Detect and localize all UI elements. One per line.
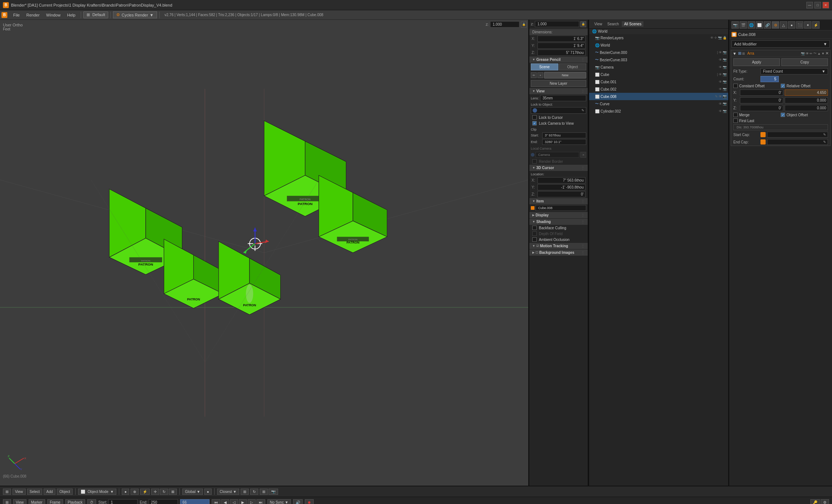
outliner-item-beziercurve000[interactable]: 〜 BezierCurve.000 | 👁 📷 bbox=[589, 49, 728, 56]
timeline-view-btn[interactable]: View bbox=[13, 499, 26, 504]
outliner-tab-view[interactable]: View bbox=[592, 21, 605, 27]
lock-object-field[interactable]: ✎ bbox=[531, 107, 586, 114]
backface-checkbox[interactable] bbox=[532, 226, 537, 230]
cyl002-render-icon[interactable]: 📷 bbox=[723, 109, 727, 113]
outliner-tab-search[interactable]: Search bbox=[605, 21, 621, 27]
z-right-field[interactable]: 0.000 bbox=[785, 105, 828, 111]
bc000-eye-icon[interactable]: 👁 bbox=[719, 51, 722, 54]
object-mode-btn[interactable]: ⬜ Object Mode ▼ bbox=[78, 489, 116, 495]
menu-window[interactable]: Window bbox=[43, 12, 63, 18]
prop-world-icon[interactable]: 🌐 bbox=[748, 21, 755, 29]
cube008-edit-icon[interactable]: ✎ bbox=[715, 95, 718, 98]
bc003-eye-icon[interactable]: 👁 bbox=[719, 58, 722, 62]
renderlayers-render-icon[interactable]: 📷 bbox=[718, 36, 722, 40]
timeline-clock-icon[interactable]: ⏱ bbox=[87, 499, 96, 504]
gp-object-button[interactable]: Object bbox=[559, 63, 587, 70]
ao-checkbox[interactable] bbox=[532, 237, 537, 242]
x-right-field[interactable]: 4.650 bbox=[785, 90, 828, 96]
cube002-render-icon[interactable]: 📷 bbox=[723, 87, 727, 91]
bg-images-section[interactable]: ▶ ☐ Background Images ⋮ bbox=[529, 249, 588, 256]
outliner-item-beziercurve003[interactable]: 〜 BezierCurve.003 👁 📷 bbox=[589, 56, 728, 63]
prop-object-icon[interactable]: ⬜ bbox=[756, 21, 763, 29]
prop-material-icon[interactable]: ● bbox=[788, 21, 795, 29]
count-field[interactable]: 5 bbox=[760, 76, 779, 82]
cyl002-eye-icon[interactable]: 👁 bbox=[719, 109, 722, 113]
gp-new-button[interactable]: New bbox=[544, 72, 586, 78]
prev-frame-btn[interactable]: ◀ bbox=[221, 499, 229, 504]
cursor-options-icon[interactable]: ⋮ bbox=[581, 166, 585, 170]
copy-button[interactable]: Copy bbox=[781, 58, 828, 66]
blender-menu-icon[interactable]: B bbox=[1, 12, 7, 18]
outliner-item-renderlayers[interactable]: 📷 RenderLayers 👁 ✛ 📷 🔒 bbox=[589, 34, 728, 41]
item-object-field[interactable]: Cube.008 bbox=[536, 205, 586, 211]
lock-camera-checkbox[interactable] bbox=[532, 121, 537, 125]
cursor-z-field[interactable]: 0' bbox=[537, 191, 585, 197]
dim-x-field[interactable]: 1' 6.3" bbox=[537, 36, 585, 42]
dim-z-field[interactable]: 5" 717thou bbox=[537, 50, 585, 56]
start-cap-field[interactable]: ✎ bbox=[767, 132, 828, 138]
pivot-btn[interactable]: ● bbox=[122, 489, 129, 495]
snap-btn[interactable]: ⊕ bbox=[131, 489, 139, 495]
close-button[interactable]: ✕ bbox=[822, 2, 829, 8]
cube-eye-icon[interactable]: 👁 bbox=[719, 73, 722, 76]
gp-pencil-icon[interactable]: ✏ bbox=[531, 72, 537, 78]
prop-physics-icon[interactable]: ⚡ bbox=[812, 21, 820, 29]
mod-edit-icon[interactable]: ✏ bbox=[810, 52, 813, 55]
camera-field[interactable]: Camera bbox=[536, 152, 579, 158]
shading-section[interactable]: ▼ Shading ⋮ bbox=[529, 218, 588, 225]
grease-pencil-section[interactable]: ▼ Grease Pencil ⋮ bbox=[529, 56, 588, 63]
grid-icon[interactable]: ⊞ bbox=[260, 489, 268, 495]
outliner-tab-all-scenes[interactable]: All Scenes bbox=[622, 21, 643, 27]
object-offset-checkbox[interactable] bbox=[781, 113, 785, 117]
cube008-eye-icon[interactable]: 👁 bbox=[719, 95, 722, 98]
camera-close-icon[interactable]: ✕ bbox=[580, 152, 586, 158]
renderlayers-eye-icon[interactable]: 👁 bbox=[710, 36, 714, 40]
camera-eye-icon[interactable]: 👁 bbox=[719, 65, 722, 69]
mod-expand-icon[interactable]: ▼ bbox=[733, 51, 737, 56]
z-value-field[interactable]: 1.000 bbox=[490, 21, 519, 28]
menu-file[interactable]: File bbox=[10, 12, 23, 18]
outliner-item-cylinder002[interactable]: ⬜ Cylinder.002 👁 📷 bbox=[589, 107, 728, 115]
gp-new-layer-button[interactable]: New Layer bbox=[531, 80, 586, 87]
camera-render-icon[interactable]: 📷 bbox=[723, 65, 727, 69]
prop-scene-icon[interactable]: 🎬 bbox=[740, 21, 747, 29]
keying-icon[interactable]: 🔑 bbox=[810, 499, 820, 504]
x-left-field[interactable]: 0' bbox=[740, 90, 783, 96]
sync-mode-btn[interactable]: No Sync ▼ bbox=[267, 499, 291, 504]
cube002-eye-icon[interactable]: 👁 bbox=[719, 87, 722, 91]
viewport-3d[interactable]: User Ortho Feet X Y Z bbox=[0, 20, 529, 486]
mt-options-icon[interactable]: ⋮ bbox=[581, 244, 585, 248]
audio-btn[interactable]: 🔊 bbox=[293, 499, 303, 504]
renderlayers-lock-icon[interactable]: 🔒 bbox=[723, 36, 727, 40]
rec-btn[interactable]: ⏺ bbox=[305, 499, 314, 504]
apply-button[interactable]: Apply bbox=[733, 58, 780, 66]
mod-down-icon[interactable]: ▼ bbox=[821, 52, 825, 55]
toolbar-object-btn[interactable]: Object bbox=[57, 489, 73, 495]
view-section[interactable]: ▼ View ⋮ bbox=[529, 88, 588, 94]
outliner-item-camera[interactable]: 📷 Camera 👁 📷 bbox=[589, 63, 728, 71]
next-frame-btn[interactable]: ▷ bbox=[248, 499, 256, 504]
z-prop-field[interactable]: 1.000 bbox=[535, 21, 579, 27]
renderlayers-cursor-icon[interactable]: ✛ bbox=[714, 36, 717, 40]
outliner-item-cube001[interactable]: ⬜ Cube.001 👁 📷 bbox=[589, 78, 728, 85]
curve-eye-icon[interactable]: 👁 bbox=[719, 102, 722, 106]
play-reverse-btn[interactable]: ◁ bbox=[230, 499, 238, 504]
proportional-btn[interactable]: ● bbox=[204, 489, 212, 495]
constant-offset-checkbox[interactable] bbox=[733, 84, 738, 88]
y-right-field[interactable]: 0.000 bbox=[785, 97, 828, 103]
add-modifier-dropdown[interactable]: Add Modifier ▼ bbox=[731, 40, 830, 48]
lens-field[interactable]: 35mm bbox=[540, 95, 586, 101]
view-options-icon[interactable]: ⋮ bbox=[581, 89, 585, 93]
workspace-button[interactable]: ⊞ Default bbox=[83, 11, 109, 18]
maximize-button[interactable]: □ bbox=[814, 2, 821, 8]
timeline-marker-btn[interactable]: Marker bbox=[29, 499, 45, 504]
dim-y-field[interactable]: 1' 9.4" bbox=[537, 43, 585, 49]
cube001-render-icon[interactable]: 📷 bbox=[723, 80, 727, 84]
timeline-start-field[interactable]: 1 bbox=[108, 499, 138, 504]
global-btn[interactable]: Global ▼ bbox=[182, 489, 203, 495]
snap-align-btn[interactable]: ⊞ bbox=[241, 489, 249, 495]
toolbar-view-icon[interactable]: ⊞ bbox=[3, 489, 11, 495]
prop-data-icon[interactable]: △ bbox=[780, 21, 787, 29]
timeline-end-field[interactable]: 250 bbox=[149, 499, 178, 504]
prop-particle-icon[interactable]: ✦ bbox=[804, 21, 811, 29]
